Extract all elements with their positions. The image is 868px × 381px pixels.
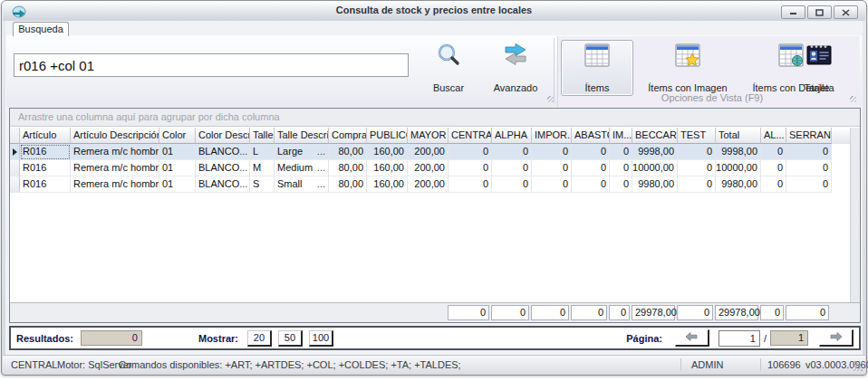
page-size-100-button[interactable]: 100 — [309, 330, 333, 347]
column-header-color[interactable]: Color — [159, 128, 196, 144]
column-header-beccar[interactable]: BECCAR — [632, 128, 678, 144]
grid-cell-color[interactable]: 01 — [159, 144, 196, 160]
grid-cell-beccar[interactable]: 9998,00 — [632, 144, 678, 160]
panel-resize-grip-right[interactable] — [850, 96, 856, 102]
column-header-serrano[interactable]: SERRANO — [786, 128, 832, 144]
grid-cell-total[interactable]: 10000,00 — [716, 160, 761, 176]
grid-cell-al[interactable]: 0 — [761, 176, 786, 193]
grid-cell-color[interactable]: 01 — [159, 176, 196, 193]
column-header-alpha[interactable]: ALPHA — [492, 128, 532, 144]
grid-cell-articulo_desc[interactable]: Remera m/c hombres... — [71, 160, 159, 176]
column-header-compra[interactable]: Compra — [329, 128, 367, 144]
grid-cell-alpha[interactable]: 0 — [492, 160, 532, 176]
grid-cell-im[interactable]: 0 — [610, 160, 632, 176]
grid-cell-test[interactable]: 0 — [678, 144, 716, 160]
grid-cell-compra[interactable]: 80,00 — [329, 160, 367, 176]
view-tarjeta-button[interactable]: Tarjeta — [789, 40, 849, 96]
grid-cell-compra[interactable]: 80,00 — [329, 176, 367, 193]
grid-cell-articulo[interactable]: R016 — [20, 144, 71, 160]
grid-cell-serrano[interactable]: 0 — [786, 176, 832, 193]
next-page-button[interactable] — [819, 329, 854, 347]
view-items-button[interactable]: Ítems — [561, 40, 633, 96]
group-by-panel[interactable]: Arrastre una columna aquí para agrupar p… — [10, 109, 860, 127]
vertical-scrollbar[interactable] — [850, 128, 860, 302]
column-header-articulo[interactable]: Artículo — [20, 128, 71, 144]
grid-cell-im[interactable]: 0 — [610, 144, 632, 160]
grid-cell-beccar[interactable]: 9980,00 — [632, 176, 678, 193]
column-header-test[interactable]: TEST — [678, 128, 716, 144]
title-bar[interactable]: Consulta de stock y precios entre locale… — [3, 2, 865, 21]
grid-cell-articulo_desc[interactable]: Remera m/c hombres... — [71, 144, 159, 160]
grid-cell-central[interactable]: 0 — [448, 176, 492, 193]
column-header-im[interactable]: IM... — [610, 128, 632, 144]
grid-cell-talle[interactable]: S — [250, 176, 275, 193]
grid-cell-color_desc[interactable]: BLANCO... — [196, 176, 250, 193]
grid-cell-impor[interactable]: 0 — [532, 176, 572, 193]
grid-cell-central[interactable]: 0 — [448, 144, 492, 160]
grid-cell-color_desc[interactable]: BLANCO... — [196, 144, 250, 160]
resize-grip[interactable] — [853, 361, 863, 371]
column-header-color_desc[interactable]: Color Descr... — [196, 128, 250, 144]
grid-cell-serrano[interactable]: 0 — [786, 144, 832, 160]
grid-cell-publico[interactable]: 160,00 — [367, 160, 408, 176]
grid-cell-color_desc[interactable]: BLANCO... — [196, 160, 250, 176]
row-selector[interactable] — [10, 144, 20, 160]
grid-cell-al[interactable]: 0 — [761, 160, 786, 176]
grid-cell-mayor[interactable]: 200,00 — [408, 176, 448, 193]
grid-cell-alpha[interactable]: 0 — [492, 176, 532, 193]
close-button[interactable] — [834, 5, 858, 19]
grid-cell-mayor[interactable]: 200,00 — [408, 144, 448, 160]
column-header-publico[interactable]: PUBLICO — [367, 128, 408, 144]
grid-cell-talle_desc[interactable]: Medium... — [275, 160, 329, 176]
grid-cell-compra[interactable]: 80,00 — [329, 144, 367, 160]
grid-cell-test[interactable]: 0 — [678, 160, 716, 176]
grid-cell-central[interactable]: 0 — [448, 160, 492, 176]
avanzado-button[interactable]: Avanzado — [481, 40, 550, 96]
minimize-button[interactable] — [781, 5, 805, 19]
grid-cell-talle_desc[interactable]: Small... — [275, 176, 329, 193]
column-header-impor[interactable]: IMPOR... — [532, 128, 572, 144]
grid-cell-mayor[interactable]: 200,00 — [408, 160, 448, 176]
grid-cell-articulo_desc[interactable]: Remera m/c hombres... — [71, 176, 159, 193]
previous-page-button[interactable] — [675, 329, 709, 347]
grid-cell-impor[interactable]: 0 — [532, 160, 572, 176]
page-size-20-button[interactable]: 20 — [247, 330, 272, 347]
grid-cell-im[interactable]: 0 — [610, 176, 632, 193]
column-header-central[interactable]: CENTRAL — [448, 128, 492, 144]
grid-cell-articulo[interactable]: R016 — [20, 160, 71, 176]
grid-cell-test[interactable]: 0 — [678, 176, 716, 193]
column-header-articulo_desc[interactable]: Artículo Descripción — [71, 128, 159, 144]
grid-cell-serrano[interactable]: 0 — [786, 160, 832, 176]
search-input[interactable] — [14, 53, 409, 77]
table-row[interactable]: R016Remera m/c hombres...01BLANCO...MMed… — [10, 160, 850, 176]
grid-cell-beccar[interactable]: 10000,00 — [632, 160, 678, 176]
grid-cell-abasto[interactable]: 0 — [572, 160, 610, 176]
grid-cell-publico[interactable]: 160,00 — [367, 176, 408, 193]
tab-busqueda[interactable]: Busqueda — [13, 22, 69, 36]
column-header-mayor[interactable]: MAYOR — [408, 128, 448, 144]
grid-cell-impor[interactable]: 0 — [532, 144, 572, 160]
grid-cell-al[interactable]: 0 — [761, 144, 786, 160]
grid-cell-color[interactable]: 01 — [159, 160, 196, 176]
grid-cell-abasto[interactable]: 0 — [572, 144, 610, 160]
table-row[interactable]: R016Remera m/c hombres...01BLANCO...SSma… — [10, 176, 850, 193]
row-selector[interactable] — [10, 160, 20, 176]
grid-cell-talle_desc[interactable]: Large... — [275, 144, 329, 160]
row-selector[interactable] — [10, 176, 20, 193]
column-header-talle[interactable]: Talle — [250, 128, 275, 144]
grid-cell-total[interactable]: 9980,00 — [716, 176, 761, 193]
column-header-abasto[interactable]: ABASTO — [572, 128, 610, 144]
grid-cell-articulo[interactable]: R016 — [20, 176, 71, 193]
column-header-talle_desc[interactable]: Talle Descrip... — [275, 128, 329, 144]
grid-cell-abasto[interactable]: 0 — [572, 176, 610, 193]
grid-cell-total[interactable]: 9998,00 — [716, 144, 761, 160]
table-row[interactable]: R016Remera m/c hombres...01BLANCO...LLar… — [10, 144, 850, 160]
column-header-al[interactable]: AL... — [761, 128, 786, 144]
maximize-button[interactable] — [807, 5, 832, 19]
grid-cell-talle[interactable]: L — [250, 144, 275, 160]
grid-cell-publico[interactable]: 160,00 — [367, 144, 408, 160]
current-page-input[interactable] — [719, 330, 760, 347]
page-size-50-button[interactable]: 50 — [278, 330, 303, 347]
panel-resize-grip-left[interactable] — [547, 96, 554, 102]
grid-cell-alpha[interactable]: 0 — [492, 144, 532, 160]
